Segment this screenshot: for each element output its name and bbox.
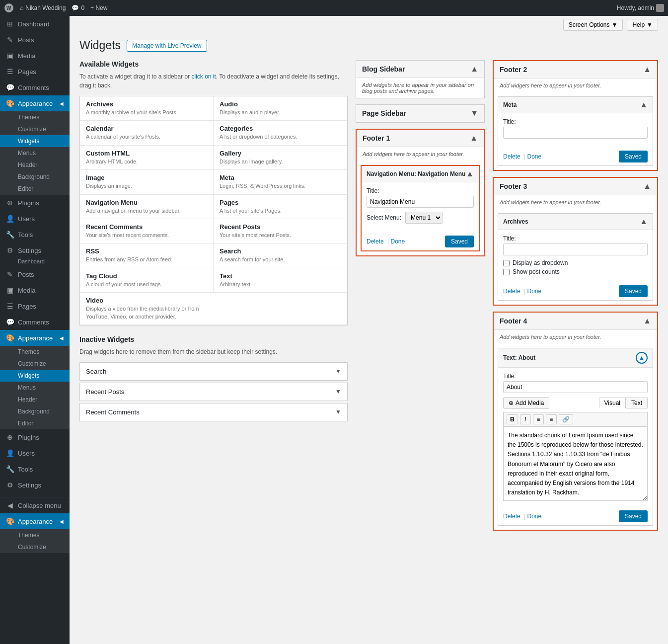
footer4-add-media-button[interactable]: ⊕ Add Media bbox=[503, 397, 549, 409]
footer3-archives-title-input[interactable] bbox=[503, 243, 648, 255]
footer3-dropdown-checkbox[interactable] bbox=[503, 260, 510, 266]
widget-search[interactable]: Search A search form for your site. bbox=[214, 243, 347, 268]
widget-custom-html[interactable]: Custom HTML Arbitrary HTML code. bbox=[80, 146, 214, 170]
widget-categories[interactable]: Categories A list or dropdown of categor… bbox=[214, 121, 347, 145]
widget-tag-cloud[interactable]: Tag Cloud A cloud of your most used tags… bbox=[80, 268, 214, 293]
sidebar-submenu-background-2[interactable]: Background bbox=[0, 405, 70, 417]
sidebar-submenu-widgets[interactable]: Widgets bbox=[0, 135, 70, 147]
sidebar-item-dashboard[interactable]: ⊞ Dashboard bbox=[0, 16, 70, 32]
footer4-visual-tab[interactable]: Visual bbox=[599, 398, 626, 408]
sidebar-item-appearance[interactable]: 🎨 Appearance ◀ bbox=[0, 95, 70, 111]
footer4-link-button[interactable]: 🔗 bbox=[559, 414, 573, 424]
sidebar-item-media[interactable]: ▣ Media bbox=[0, 48, 70, 64]
sidebar-item-pages[interactable]: ☰ Pages bbox=[0, 64, 70, 80]
page-sidebar-collapse[interactable]: ▼ bbox=[470, 109, 478, 118]
sidebar-item-tools-2[interactable]: 🔧 Tools bbox=[0, 461, 70, 477]
sidebar-submenu-menus[interactable]: Menus bbox=[0, 147, 70, 159]
blog-sidebar-collapse[interactable]: ▲ bbox=[470, 65, 478, 74]
widget-rss[interactable]: RSS Entries from any RSS or Atom feed. bbox=[80, 243, 214, 268]
manage-live-preview-button[interactable]: Manage with Live Preview bbox=[127, 40, 207, 52]
sidebar-submenu-themes-3[interactable]: Themes bbox=[0, 529, 70, 541]
sidebar-item-comments[interactable]: 💬 Comments bbox=[0, 80, 70, 95]
inactive-widget-search[interactable]: Search ▼ bbox=[79, 362, 348, 381]
footer2-meta-collapse[interactable]: ▲ bbox=[640, 100, 648, 109]
footer2-done-link[interactable]: Done bbox=[527, 153, 541, 160]
sidebar-submenu-customize[interactable]: Customize bbox=[0, 123, 70, 135]
sidebar-item-posts-2[interactable]: ✎ Posts bbox=[0, 266, 70, 282]
sidebar-submenu-customize-2[interactable]: Customize bbox=[0, 358, 70, 370]
footer4-circle-arrow-button[interactable]: ▲ bbox=[636, 352, 648, 364]
footer4-title-input[interactable] bbox=[503, 381, 648, 393]
collapse-menu-btn[interactable]: ◀ Collapse menu bbox=[0, 497, 70, 513]
footer3-postcounts-checkbox[interactable] bbox=[503, 269, 510, 275]
footer1-nav-widget-header[interactable]: Navigation Menu: Navigation Menu ▲ bbox=[362, 166, 479, 182]
footer4-save-button[interactable]: Saved bbox=[619, 510, 648, 522]
sidebar-submenu-customize-3[interactable]: Customize bbox=[0, 541, 70, 553]
footer3-delete-link[interactable]: Delete bbox=[503, 288, 520, 295]
footer1-nav-widget-collapse[interactable]: ▲ bbox=[466, 169, 474, 178]
footer1-menu-select[interactable]: Menu 1 bbox=[405, 212, 443, 224]
sidebar-item-media-2[interactable]: ▣ Media bbox=[0, 282, 70, 298]
footer1-save-button[interactable]: Saved bbox=[445, 236, 474, 247]
footer1-done-link[interactable]: Done bbox=[390, 238, 405, 245]
sidebar-item-users-2[interactable]: 👤 Users bbox=[0, 445, 70, 461]
sidebar-submenu-header[interactable]: Header bbox=[0, 159, 70, 171]
howdy-user[interactable]: Howdy, admin bbox=[617, 4, 664, 12]
sidebar-item-pages-2[interactable]: ☰ Pages bbox=[0, 298, 70, 314]
sidebar-item-appearance-2[interactable]: 🎨 Appearance ◀ bbox=[0, 330, 70, 346]
sidebar-item-posts[interactable]: ✎ Posts bbox=[0, 32, 70, 48]
widget-audio[interactable]: Audio Displays an audio player. bbox=[214, 96, 347, 121]
footer2-meta-title-input[interactable] bbox=[503, 127, 648, 139]
sidebar-submenu-background[interactable]: Background bbox=[0, 171, 70, 183]
widget-recent-comments[interactable]: Recent Comments Your site's most recent … bbox=[80, 219, 214, 243]
footer4-text-tab[interactable]: Text bbox=[626, 398, 648, 408]
footer4-text-header[interactable]: Text: About ▲ bbox=[498, 348, 653, 368]
widget-archives[interactable]: Archives A monthly archive of your site'… bbox=[80, 96, 214, 121]
sidebar-submenu-menus-2[interactable]: Menus bbox=[0, 382, 70, 394]
footer4-bold-button[interactable]: B bbox=[507, 414, 518, 424]
sidebar-item-users[interactable]: 👤 Users bbox=[0, 211, 70, 227]
footer4-collapse[interactable]: ▲ bbox=[643, 317, 651, 325]
footer4-delete-link[interactable]: Delete bbox=[503, 513, 520, 520]
widget-image[interactable]: Image Displays an image. bbox=[80, 170, 214, 194]
inactive-widget-recent-posts[interactable]: Recent Posts ▼ bbox=[79, 383, 348, 401]
sidebar-item-settings-2[interactable]: ⚙ Settings bbox=[0, 477, 70, 493]
screen-options-button[interactable]: Screen Options ▼ bbox=[563, 19, 623, 31]
widget-text[interactable]: Text Arbitrary text. bbox=[214, 268, 347, 293]
footer3-archives-collapse[interactable]: ▲ bbox=[640, 217, 648, 226]
footer2-collapse[interactable]: ▲ bbox=[643, 65, 651, 74]
widget-navigation-menu[interactable]: Navigation Menu Add a navigation menu to… bbox=[80, 195, 214, 219]
widget-meta[interactable]: Meta Login, RSS, & WordPress.org links. bbox=[214, 170, 347, 194]
footer3-done-link[interactable]: Done bbox=[527, 288, 541, 295]
sidebar-submenu-widgets-2[interactable]: Widgets bbox=[0, 370, 70, 382]
new-content[interactable]: + New bbox=[90, 4, 107, 11]
sidebar-submenu-themes[interactable]: Themes bbox=[0, 111, 70, 123]
footer2-delete-link[interactable]: Delete bbox=[503, 153, 520, 160]
footer1-collapse[interactable]: ▲ bbox=[470, 134, 478, 143]
wp-logo[interactable]: W bbox=[4, 3, 14, 13]
footer2-save-button[interactable]: Saved bbox=[619, 151, 648, 162]
widget-recent-posts[interactable]: Recent Posts Your site's most recent Pos… bbox=[214, 219, 347, 243]
sidebar-submenu-editor-2[interactable]: Editor bbox=[0, 417, 70, 429]
sidebar-item-plugins[interactable]: ⊕ Plugins bbox=[0, 195, 70, 211]
footer4-done-link[interactable]: Done bbox=[527, 513, 541, 520]
footer3-archives-header[interactable]: Archives ▲ bbox=[498, 214, 653, 230]
sidebar-submenu-themes-2[interactable]: Themes bbox=[0, 346, 70, 358]
sidebar-submenu-header-2[interactable]: Header bbox=[0, 394, 70, 405]
help-button[interactable]: Help ▼ bbox=[627, 19, 658, 31]
footer3-collapse[interactable]: ▲ bbox=[643, 182, 651, 191]
site-name[interactable]: ⌂ Nikah Wedding bbox=[20, 4, 66, 11]
inactive-widget-recent-comments[interactable]: Recent Comments ▼ bbox=[79, 403, 348, 421]
widget-gallery[interactable]: Gallery Displays an image gallery. bbox=[214, 146, 347, 170]
footer1-delete-link[interactable]: Delete bbox=[367, 238, 384, 245]
comments-link[interactable]: 💬 0 bbox=[72, 4, 84, 11]
footer4-italic-button[interactable]: I bbox=[520, 414, 531, 424]
sidebar-item-appearance-3[interactable]: 🎨 Appearance ◀ bbox=[0, 513, 70, 529]
sidebar-item-plugins-2[interactable]: ⊕ Plugins bbox=[0, 429, 70, 445]
footer3-save-button[interactable]: Saved bbox=[619, 285, 648, 297]
footer2-meta-header[interactable]: Meta ▲ bbox=[498, 97, 653, 113]
sidebar-item-comments-2[interactable]: 💬 Comments bbox=[0, 314, 70, 330]
footer1-nav-title-input[interactable] bbox=[367, 196, 474, 208]
widget-video[interactable]: Video Displays a video from the media li… bbox=[80, 293, 214, 325]
sidebar-item-tools[interactable]: 🔧 Tools bbox=[0, 227, 70, 242]
